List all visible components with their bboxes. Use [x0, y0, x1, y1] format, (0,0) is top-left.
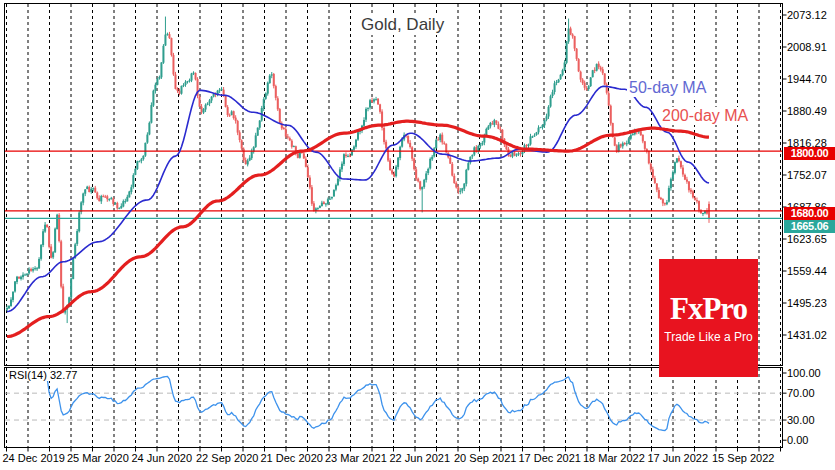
legend-ma50-label: 50-day MA: [627, 79, 708, 97]
fxpro-logo-text: FxPro: [670, 293, 747, 324]
price-tag-1800: 1800.00: [784, 147, 835, 160]
fxpro-logo: FxPro Trade Like a Pro: [659, 259, 758, 377]
chart-canvas[interactable]: 24 Dec 201925 Mar 202024 Jun 202022 Sep …: [0, 0, 835, 470]
gridlines: [7, 4, 781, 452]
x-axis-label: 18 Mar 2022: [583, 452, 645, 464]
rsi-tick-label: 0.00: [787, 434, 808, 446]
price-tag-1680: 1680.00: [784, 207, 835, 220]
x-axis-label: 24 Jun 2020: [132, 452, 193, 464]
x-axis-label: 24 Dec 2019: [3, 452, 65, 464]
rsi-tick-label: 70.00: [787, 387, 815, 399]
x-axis-label: 17 Jun 2022: [648, 452, 709, 464]
x-axis-label: 20 Sep 2021: [454, 452, 516, 464]
x-axis-label: 21 Dec 2020: [261, 452, 323, 464]
x-axis-label: 15 Sep 2022: [712, 452, 774, 464]
price-tick-label: 1880.49: [787, 105, 827, 117]
price-tag-last-price: 1665.06: [784, 220, 835, 233]
x-axis-label: 22 Jun 2021: [390, 452, 451, 464]
price-tick-label: 2073.12: [787, 9, 827, 21]
price-tick-label: 1431.02: [787, 329, 827, 341]
price-tick-label: 1495.23: [787, 297, 827, 309]
x-axis-label: 23 Mar 2021: [325, 452, 387, 464]
price-tick-label: 1752.07: [787, 169, 827, 181]
gold-daily-chart: 24 Dec 201925 Mar 202024 Jun 202022 Sep …: [0, 0, 835, 470]
x-axis-label: 17 Dec 2021: [519, 452, 581, 464]
ma200-line: [7, 121, 709, 336]
price-tick-label: 2008.91: [787, 41, 827, 53]
rsi-tick-label: 30.00: [787, 414, 815, 426]
fxpro-tagline: Trade Like a Pro: [664, 330, 752, 344]
rsi-tick-label: 100.00: [787, 367, 821, 379]
x-axis-label: 25 Mar 2020: [67, 452, 129, 464]
price-tick-label: 1559.44: [787, 265, 827, 277]
price-tick-label: 1944.70: [787, 73, 827, 85]
x-axis-label: 22 Sep 2020: [196, 452, 258, 464]
rsi-indicator-label: RSI(14) 32.77: [7, 369, 79, 381]
chart-title: Gold, Daily: [356, 15, 449, 35]
legend-ma200-label: 200-day MA: [660, 107, 750, 125]
price-tick-label: 1623.65: [787, 233, 827, 245]
